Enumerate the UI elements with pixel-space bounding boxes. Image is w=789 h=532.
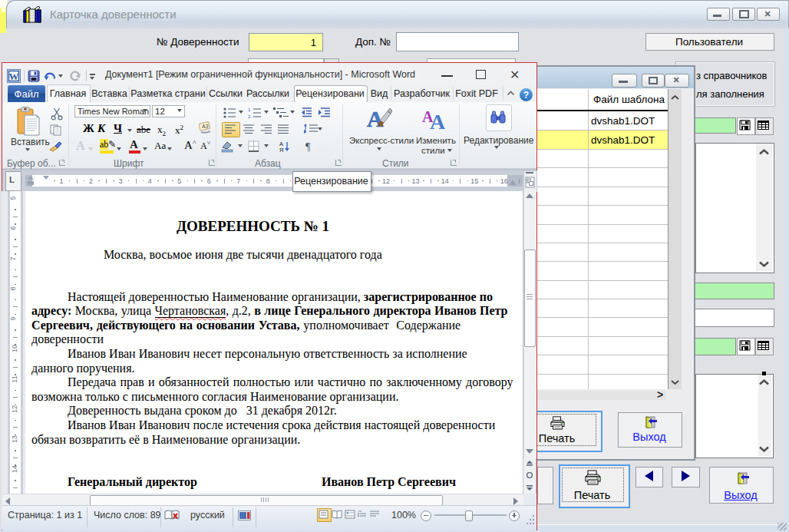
svg-text:A: A (430, 110, 445, 131)
svg-text:2: 2 (248, 114, 251, 119)
svg-text:АЗ: АЗ (202, 124, 209, 129)
svg-text:1: 1 (248, 107, 251, 112)
svg-text:Я: Я (279, 147, 283, 153)
svg-text:¶: ¶ (305, 141, 311, 153)
svg-text:W: W (9, 71, 19, 82)
